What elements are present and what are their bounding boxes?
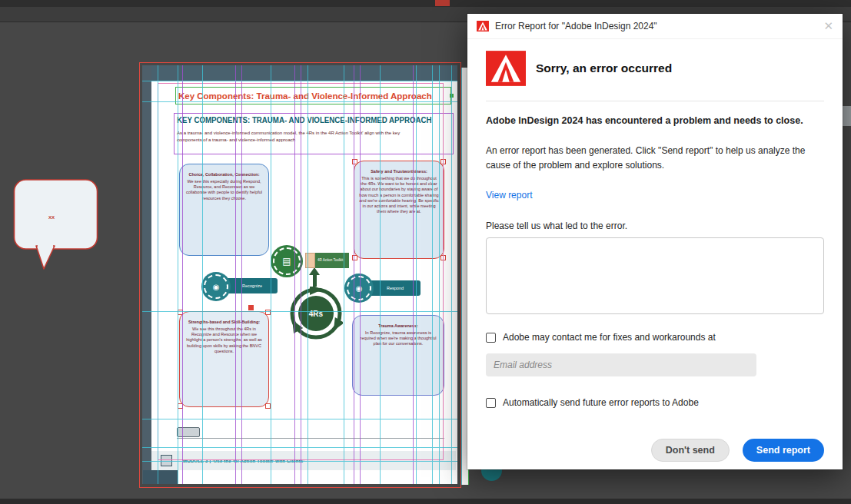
dialog-title: Error Report for "Adobe InDesign 2024" (495, 21, 657, 32)
cycle-diagram[interactable]: 4Rs (289, 287, 343, 340)
callout-title: Strengths-based and Skill-Building: (184, 320, 264, 325)
page-side-band (142, 65, 151, 484)
page-header-band (151, 65, 457, 81)
red-indicator (435, 0, 450, 6)
bubble-text: XX (13, 215, 90, 220)
adobe-logo-icon (477, 21, 489, 32)
window-top-strip (0, 0, 851, 7)
problem-text: Adobe InDesign 2024 has encountered a pr… (486, 115, 824, 126)
intro-line-1: As a trauma- and violence-informed commu… (177, 130, 449, 137)
callout-title: Safety and Trustworthiness: (359, 169, 439, 174)
dialog-buttons: Don't send Send report (651, 439, 824, 462)
selection-handle[interactable] (265, 310, 271, 315)
callout-box-strengths[interactable]: Strengths-based and Skill-Building: We s… (179, 311, 269, 407)
anchor-marker (248, 305, 254, 310)
callout-box-trauma-awareness[interactable]: Trauma Awareness: In Recognize, trauma a… (352, 315, 444, 396)
callout-body: This is something that we do throughout … (359, 176, 439, 214)
respond-circle-icon[interactable]: ◉ (347, 276, 371, 300)
panel-sliver (843, 106, 851, 126)
guide-line (158, 65, 158, 484)
small-gray-shape[interactable] (177, 427, 200, 437)
selection-handle[interactable] (178, 310, 183, 315)
up-arrow-stem (313, 274, 317, 287)
callout-body: We see this throughout the 4Rs in Recogn… (184, 327, 264, 354)
frame-handle[interactable] (450, 94, 454, 98)
error-comment-textarea[interactable] (486, 237, 824, 314)
clipboard-icon: ▤ (282, 256, 291, 267)
send-report-button[interactable]: Send report (743, 439, 824, 462)
prompt-label: Please tell us what led to the error. (486, 220, 824, 231)
email-input[interactable] (486, 353, 756, 376)
recognize-circle-icon[interactable]: ◉ (204, 274, 228, 299)
speech-bubble[interactable]: XX (13, 175, 99, 272)
selection-handle[interactable] (178, 403, 183, 409)
view-report-link[interactable]: View report (486, 190, 532, 201)
document-heading: KEY COMPONENTS: TRAUMA- AND VIOLENCE-INF… (177, 116, 432, 124)
callout-title: Trauma Awareness: (357, 323, 439, 329)
dialog-titlebar[interactable]: Error Report for "Adobe InDesign 2024" ✕ (467, 14, 843, 39)
window-bottom-strip (0, 499, 851, 504)
document-page[interactable]: Key Components: Trauma- and Violence-Inf… (142, 65, 457, 484)
contact-checkbox[interactable] (486, 333, 496, 343)
contact-checkbox-label: Adobe may contact me for fixes and worka… (503, 332, 716, 343)
error-report-dialog: Error Report for "Adobe InDesign 2024" ✕… (467, 14, 843, 469)
tag-swatch (305, 253, 315, 268)
heading-frame[interactable]: KEY COMPONENTS: TRAUMA- AND VIOLENCE-INF… (174, 113, 454, 154)
document-intro: As a trauma- and violence-informed commu… (177, 130, 449, 144)
guide-line (142, 447, 457, 448)
person-icon: ◉ (356, 284, 363, 293)
callout-box-choice[interactable]: Choice, Collaboration, Connection: We se… (179, 164, 269, 256)
overlay-title-text: Key Components: Trauma- and Violence-Inf… (178, 91, 432, 101)
toolkit-circle-icon[interactable]: ▤ (273, 247, 301, 275)
selection-handle[interactable] (352, 159, 357, 164)
auto-send-checkbox-label: Automatically send future error reports … (503, 397, 699, 408)
guide-line (142, 419, 457, 419)
adobe-logo (486, 51, 526, 86)
callout-title: Choice, Collaboration, Connection: (184, 172, 264, 177)
indesign-workspace[interactable]: XX Key Components: Trauma- and Violence-… (0, 0, 851, 504)
footer-icon (161, 455, 172, 466)
auto-send-checkbox-row[interactable]: Automatically send future error reports … (486, 397, 824, 408)
toolkit-tag[interactable]: 4R Action Toolkit (305, 253, 349, 268)
guide-line (142, 81, 457, 81)
page-corner-block (143, 470, 178, 484)
cycle-center-label: 4Rs (309, 310, 324, 318)
selection-handle[interactable] (265, 403, 271, 409)
people-icon: ◉ (213, 283, 220, 291)
overlay-title-frame[interactable]: Key Components: Trauma- and Violence-Inf… (175, 87, 451, 104)
callout-box-safety[interactable]: Safety and Trustworthiness: This is some… (354, 161, 444, 259)
footer-text: MODULE 3 | 'Use the 4R Action Toolkit' w… (183, 459, 304, 463)
selection-handle[interactable] (352, 255, 357, 260)
tag-label: 4R Action Toolkit (315, 253, 349, 268)
description-text: An error report has been generated. Clic… (486, 144, 824, 172)
auto-send-checkbox[interactable] (486, 398, 496, 408)
close-icon[interactable]: ✕ (823, 19, 833, 33)
page-footer: MODULE 3 | 'Use the 4R Action Toolkit' w… (151, 451, 456, 470)
selection-handle[interactable] (440, 255, 446, 260)
dont-send-button[interactable]: Don't send (651, 439, 730, 462)
error-heading: Sorry, an error occurred (536, 61, 672, 75)
contact-checkbox-row[interactable]: Adobe may contact me for fixes and worka… (486, 332, 824, 343)
divider (486, 101, 824, 101)
callout-body: In Recognize, trauma awareness is requir… (357, 330, 439, 346)
selection-handle[interactable] (440, 159, 446, 164)
intro-line-2: components of a trauma- and violence-inf… (177, 137, 449, 144)
callout-body: We see this especially during Respond, R… (184, 179, 264, 201)
horizontal-rule (177, 438, 444, 439)
